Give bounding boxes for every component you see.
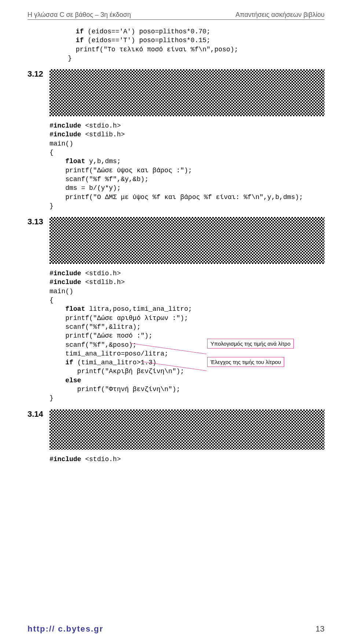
kw-include: #include [50,270,81,277]
code-312-block: #include <stdio.h> #include <stdlib.h> m… [27,121,324,210]
code-text: printf("Ο ΔΜΣ με ύψος %f και βάρος %f εί… [65,194,303,201]
page-number: 13 [316,624,324,634]
code-text: scanf("%f %f",&y,&b); [65,176,148,183]
code-text: dms = b/(y*y); [65,184,121,192]
code-top-block: if (eidos=='A') poso=plithos*0.70; if (e… [27,27,324,63]
code-text: printf("Δώσε ποσό :"); [65,332,153,339]
code-text: printf("Δώσε ύψος και βάρος :"); [65,167,192,174]
header-rule [27,19,324,20]
kw-float: float [65,305,85,313]
section-number: 3.13 [27,217,50,227]
page: Η γλώσσα C σε βάθος – 3η έκδοση Απαντήσε… [0,0,352,644]
code-top: if (eidos=='A') poso=plithos*0.70; if (e… [68,27,324,63]
annotation-text: Έλεγχος της τιμής του λίτρου [210,359,281,365]
kw-if: if [76,37,84,44]
kw-else: else [65,377,81,384]
kw-if: if [65,359,73,366]
code-text: } [68,55,72,62]
code-text: { [50,149,54,156]
code-text: <stdio.h> [81,122,121,129]
kw-include: #include [50,456,81,463]
footer-link[interactable]: http:// c.bytes.gr [27,624,103,634]
code-text: timi_ana_litro=poso/litra; [65,350,168,357]
section-number: 3.12 [27,69,50,79]
kw-float: float [65,158,85,165]
redacted-checker [50,69,324,116]
section-3-13: 3.13 [27,217,324,264]
code-text: } [50,202,54,210]
code-text: printf("Φτηνή βενζίνη\n"); [65,386,180,393]
code-313: #include <stdio.h> #include <stdlib.h> m… [50,269,324,402]
code-text: litra,poso,timi_ana_litro; [85,305,192,313]
code-text: } [50,394,54,402]
code-text: <stdlib.h> [81,131,125,138]
annotation-box: Υπολογισμός της τιμής ανά λίτρο [207,339,294,349]
annotation-box: Έλεγχος της τιμής του λίτρου [207,357,284,367]
code-text: (eidos=='A') poso=plithos*0.70; [84,28,210,35]
section-body [50,409,324,450]
code-text: y,b,dms; [85,158,121,165]
page-header: Η γλώσσα C σε βάθος – 3η έκδοση Απαντήσε… [27,11,324,19]
code-313-block: Υπολογισμός της τιμής ανά λίτρο Έλεγχος … [27,269,324,402]
code-314: #include <stdio.h> [50,455,324,464]
header-left: Η γλώσσα C σε βάθος – 3η έκδοση [27,11,131,19]
code-text: printf("Ακριβή βενζίνη\n"); [65,368,184,375]
code-text: <stdio.h> [81,456,121,463]
header-right: Απαντήσεις ασκήσεων βιβλίου [235,11,324,19]
code-text: main() [50,288,73,295]
code-text: (eidos=='T') poso=plithos*0.15; [84,37,210,44]
section-body [50,69,324,116]
kw-include: #include [50,122,81,129]
code-text: scanf("%f",&litra); [65,323,140,331]
page-footer: http:// c.bytes.gr 13 [27,624,324,634]
kw-include: #include [50,279,81,286]
code-text: printf("Δώσε αριθμό λίτρων :"); [65,314,188,322]
code-text: (timi_ana_litro>1.3) [73,359,157,366]
code-text: printf("Το τελικό ποσό είναι %f\n",poso)… [76,46,238,53]
code-314-block: #include <stdio.h> [27,455,324,464]
annotation-text: Υπολογισμός της τιμής ανά λίτρο [210,341,290,347]
code-text: <stdio.h> [81,270,121,277]
section-body [50,217,324,264]
code-312: #include <stdio.h> #include <stdlib.h> m… [50,121,324,210]
redacted-checker [50,409,324,450]
redacted-checker [50,217,324,264]
section-3-12: 3.12 [27,69,324,116]
section-number: 3.14 [27,409,50,419]
kw-if: if [76,28,84,35]
kw-include: #include [50,131,81,138]
code-text: <stdlib.h> [81,279,125,286]
code-text: scanf("%f",&poso); [65,341,136,349]
code-text: { [50,297,54,304]
section-3-14: 3.14 [27,409,324,450]
code-text: main() [50,140,73,147]
